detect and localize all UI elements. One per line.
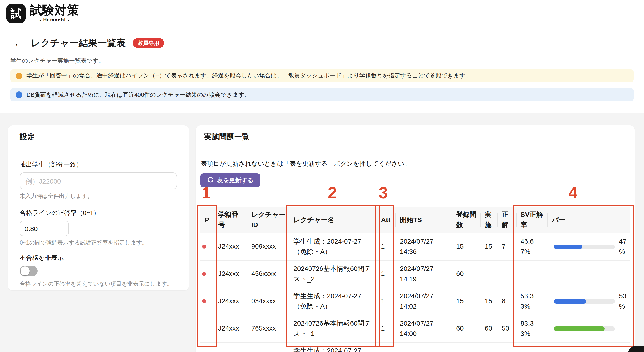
cell-attempt: 1 [376,233,395,260]
col-header-lecture-id: レクチャーID [247,207,289,233]
cell-student-id [214,342,247,352]
pass-line-input[interactable] [20,221,69,236]
cell-pass-status [200,287,214,315]
warning-icon: ! [16,72,22,79]
cell-student-id: J24xxx [214,287,247,315]
cell-correct: 7 [497,233,516,260]
in-progress-dot-icon [202,245,206,249]
results-table-wrap: 1 2 3 4 P [200,207,630,352]
table-row: J24xxx 909xxxx 学生生成：2024-07-27（免除・A） 1 2… [200,233,630,260]
content-area: 設定 抽出学生（部分一致） 未入力時は全件出力します。 合格ラインの正答率（0~… [0,113,644,352]
cell-lecture-name: 20240726基本情報60問テスト_1 [289,315,376,342]
col-header-attempt: Att [376,207,395,233]
cell-pass-status [200,233,214,260]
hide-fail-help: 合格ラインの正答率を超えていない項目を非表示にします。 [20,280,177,288]
cell-bar [548,342,630,352]
pass-line-help: 0~1の間で強調表示する試験正答率を指定します。 [20,239,177,247]
table-row: J24xxx 034xxxx 学生生成：2024-07-27（免除・A） 1 2… [200,287,630,315]
results-table-head: P 学籍番号 レクチャーID レクチャー名 Att 開始TS 登録問数 実施 正… [200,207,630,233]
results-title: 実施問題一覧 [196,125,634,148]
col-header-registered: 登録問数 [452,207,480,233]
cell-student-id: J24xxx [214,233,247,260]
cell-bar: 47% [548,233,630,260]
cell-lecture-name: 学生生成：2024-07-27（免 [289,342,376,352]
cell-pass-status [200,260,214,287]
cell-student-id: J24xxx [214,260,247,287]
cell-attempt [376,342,395,352]
cell-sv-rate: 83.33% [516,315,548,342]
progress-bar [554,299,615,303]
settings-title: 設定 [8,125,189,148]
hide-fail-toggle[interactable] [20,266,38,276]
cell-start-ts: 2024/07/27 14:36 [395,233,452,260]
cell-attempt: 1 [376,260,395,287]
hide-fail-label: 不合格を非表示 [20,254,177,262]
cell-attempted: 15 [480,233,497,260]
student-filter-input[interactable] [20,172,177,190]
topbar: 試 試験対策 - Hamachi - [0,0,644,23]
cell-start-ts: 2024/07/27 [395,342,452,352]
cell-lecture-id: 456xxxx [247,260,289,287]
student-filter-help: 未入力時は全件出力します。 [20,193,177,200]
pass-line-label: 合格ラインの正答率（0~1） [20,209,177,217]
page-description: 学生のレクチャー実施一覧表です。 [10,57,634,65]
progress-bar-fill [554,326,604,331]
results-panel: 実施問題一覧 表項目が更新されないときは「表を更新する」ボタンを押してください。… [196,125,634,352]
col-header-student-id: 学籍番号 [214,207,247,233]
info-icon: i [16,91,22,98]
brand-title: 試験対策 [30,4,79,17]
refresh-icon [207,177,214,184]
cell-attempt: 1 [376,287,395,315]
results-table-body: J24xxx 909xxxx 学生生成：2024-07-27（免除・A） 1 2… [200,233,630,352]
cell-sv-rate: 26.67 [516,342,548,352]
page-title: レクチャー結果一覧表 [31,37,126,49]
cell-lecture-name: 学生生成：2024-07-27（免除・A） [289,287,376,315]
warning-banner: ! 学生が「回答中」の場合、途中経過はハイフン（--）で表示されます。経過を照会… [10,69,634,82]
in-progress-dot-icon [202,299,206,303]
progress-bar-label: 53% [619,291,627,311]
cell-start-ts: 2024/07/27 14:02 [395,287,452,315]
refresh-hint: 表項目が更新されないときは「表を更新する」ボタンを押してください。 [200,160,630,168]
results-table: P 学籍番号 レクチャーID レクチャー名 Att 開始TS 登録問数 実施 正… [200,207,630,352]
cell-student-id: J24xxx [214,315,247,342]
progress-bar-fill [554,299,586,303]
page-header: ← レクチャー結果一覧表 教員専用 [14,37,634,49]
table-row: J24xxx 765xxxx 20240726基本情報60問テスト_1 1 20… [200,315,630,342]
cell-lecture-name: 20240726基本情報60問テスト_2 [289,260,376,287]
settings-body: 抽出学生（部分一致） 未入力時は全件出力します。 合格ラインの正答率（0~1） … [8,161,189,288]
annotation-number-3: 3 [379,184,388,203]
warning-text: 学生が「回答中」の場合、途中経過はハイフン（--）で表示されます。経過を照会した… [26,72,471,80]
table-row: 学生生成：2024-07-27（免 2024/07/27 26.67 [200,342,630,352]
brand[interactable]: 試験対策 - Hamachi - [30,4,79,22]
cell-lecture-id: 765xxxx [247,315,289,342]
settings-panel: 設定 抽出学生（部分一致） 未入力時は全件出力します。 合格ラインの正答率（0~… [8,125,189,290]
cell-bar: --- [548,260,630,287]
cell-registered: 60 [452,315,480,342]
cell-registered: 15 [452,287,480,315]
cell-lecture-id: 034xxxx [247,287,289,315]
cell-pass-status [200,315,214,342]
refresh-button-label: 表を更新する [217,176,254,184]
app-logo-icon[interactable]: 試 [6,4,26,23]
progress-bar-label: 47% [619,236,627,257]
bar-empty-label: --- [554,269,561,279]
results-body: 表項目が更新されないときは「表を更新する」ボタンを押してください。 表を更新する… [196,160,634,352]
cell-registered: 15 [452,233,480,260]
annotation-number-4: 4 [568,184,577,203]
col-header-start-ts: 開始TS [395,207,452,233]
table-row: J24xxx 456xxxx 20240726基本情報60問テスト_2 1 20… [200,260,630,287]
student-filter-label: 抽出学生（部分一致） [20,161,177,169]
cell-registered [452,342,480,352]
progress-bar [554,326,615,331]
top-zone: 試 試験対策 - Hamachi - ← レクチャー結果一覧表 教員専用 学生の… [0,0,644,113]
col-header-lecture-name: レクチャー名 [289,207,376,233]
cell-bar: 53% [548,287,630,315]
cell-attempted: -- [480,260,497,287]
cell-attempted [480,342,497,352]
col-header-correct: 正解 [497,207,516,233]
back-arrow-icon[interactable]: ← [14,38,24,48]
cell-pass-status [200,342,214,352]
col-header-attempted: 実施 [480,207,497,233]
cell-sv-rate: 46.67% [516,233,548,260]
cell-correct: 8 [497,287,516,315]
